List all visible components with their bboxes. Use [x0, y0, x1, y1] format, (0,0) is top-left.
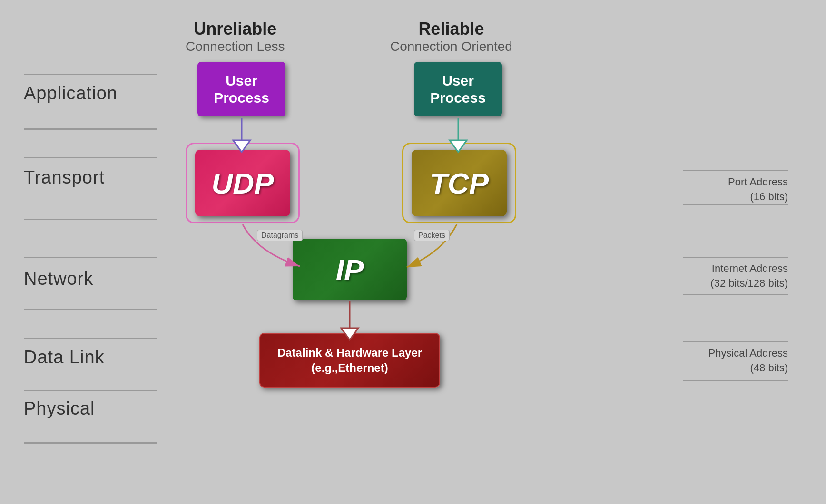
internet-address-label: Internet Address(32 bits/128 bits): [710, 262, 788, 291]
reliable-header: Reliable Connection Oriented: [390, 19, 512, 54]
internet-address-line-bottom: [683, 294, 788, 295]
udp-box: UDP: [195, 150, 290, 216]
ip-box: IP: [293, 239, 407, 300]
physical-label: Physical: [24, 398, 95, 419]
reliable-subtitle: Connection Oriented: [390, 39, 512, 54]
network-line-bottom: [24, 309, 157, 310]
right-annotations: Port Address(16 bits) Internet Address(3…: [655, 0, 788, 504]
reliable-title: Reliable: [390, 19, 512, 39]
user-process-left-text: UserProcess: [214, 72, 269, 107]
physical-line-bottom: [24, 442, 157, 444]
network-label: Network: [24, 269, 93, 289]
layer-labels: Application Transport Network Data Link …: [0, 0, 200, 504]
port-address-label: Port Address(16 bits): [728, 175, 788, 204]
port-address-line-bottom: [683, 204, 788, 205]
datalink-line-bottom: [24, 390, 157, 391]
physical-address-line-top: [683, 341, 788, 342]
user-process-right-text: UserProcess: [430, 72, 486, 107]
udp-label: UDP: [212, 166, 274, 200]
application-line-top: [24, 74, 157, 75]
transport-line-top: [24, 157, 157, 158]
user-process-left-box: UserProcess: [197, 62, 285, 116]
datalink-label: Data Link: [24, 347, 105, 368]
internet-address-line-top: [683, 257, 788, 258]
application-line-bottom: [24, 128, 157, 130]
network-line-top: [24, 257, 157, 258]
transport-line-bottom: [24, 219, 157, 220]
physical-address-line-bottom: [683, 380, 788, 381]
transport-label: Transport: [24, 167, 105, 188]
udp-container: UDP: [186, 143, 300, 223]
unreliable-header: Unreliable Connection Less: [186, 19, 285, 54]
datalink-line-top: [24, 338, 157, 339]
ip-label: IP: [336, 253, 364, 287]
application-label: Application: [24, 83, 118, 104]
datalink-box: Datalink & Hardware Layer(e.g.,Ethernet): [259, 333, 440, 388]
port-address-line-top: [683, 170, 788, 171]
datagrams-label: Datagrams: [257, 230, 303, 241]
tcp-label: TCP: [430, 166, 489, 200]
physical-address-label: Physical Address(48 bits): [708, 346, 788, 376]
packets-label: Packets: [414, 230, 450, 241]
tcp-box: TCP: [412, 150, 507, 216]
unreliable-subtitle: Connection Less: [186, 39, 285, 54]
datalink-label: Datalink & Hardware Layer(e.g.,Ethernet): [277, 345, 422, 375]
user-process-right-box: UserProcess: [414, 62, 502, 116]
tcp-container: TCP: [402, 143, 516, 223]
unreliable-title: Unreliable: [186, 19, 285, 39]
